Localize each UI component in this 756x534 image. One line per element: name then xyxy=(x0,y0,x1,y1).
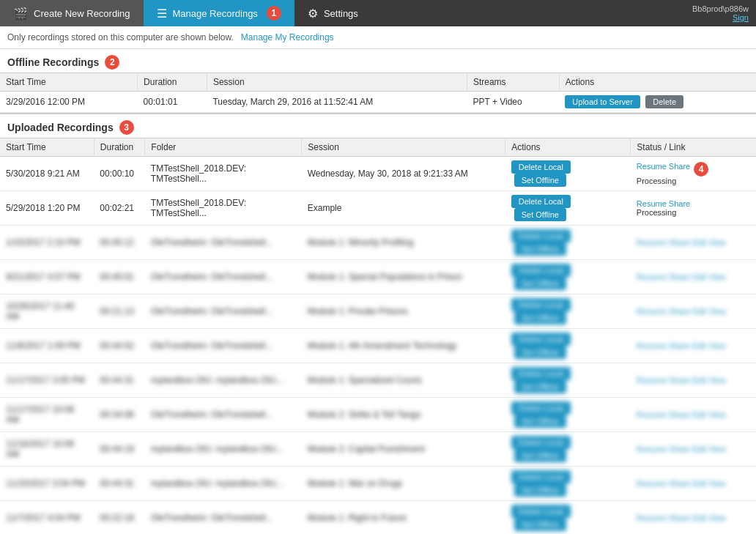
status-action-links: Resume Share Edit View xyxy=(637,445,750,453)
set-offline-button[interactable]: Set Offline xyxy=(514,449,566,462)
uploaded-table-row: 9/21/2017 4:07 PM 00:45:01 OleTrondheim:… xyxy=(0,260,756,294)
set-offline-button[interactable]: Set Offline xyxy=(514,277,566,290)
uploaded-table-row: 5/30/2018 9:21 AM 00:00:10 TMTestShell_2… xyxy=(0,157,756,191)
username: Bb8prod\p886w xyxy=(692,4,749,13)
uploaded-col-actions: Actions xyxy=(505,138,631,157)
delete-button[interactable]: Delete xyxy=(645,95,683,108)
view-link[interactable]: View xyxy=(708,341,726,350)
delete-local-button[interactable]: Delete Local xyxy=(511,195,571,208)
resume-link[interactable]: Resume xyxy=(637,479,667,488)
set-offline-button[interactable]: Set Offline xyxy=(514,483,566,497)
delete-local-button[interactable]: Delete Local xyxy=(511,470,571,483)
uploaded-recordings-section: Uploaded Recordings 3 Start Time Duratio… xyxy=(0,114,756,534)
delete-local-button[interactable]: Delete Local xyxy=(511,229,571,242)
uploaded-actions: Delete Local Set Offline xyxy=(505,260,631,294)
set-offline-button[interactable]: Set Offline xyxy=(514,242,566,256)
share-link[interactable]: Share xyxy=(669,376,690,385)
edit-link[interactable]: Edit xyxy=(692,479,706,488)
uploaded-table-row: 11/16/2017 10:06 AM 00:44:19 mylandbox.O… xyxy=(0,432,756,467)
nav-create-recording[interactable]: 🎬 Create New Recording xyxy=(0,0,144,26)
uploaded-table-row: 10/26/2017 11:40 AM 00:21:13 OleTrondhei… xyxy=(0,294,756,329)
info-message: Only recordings stored on this computer … xyxy=(7,32,234,42)
share-link[interactable]: Share xyxy=(669,307,690,316)
share-link[interactable]: Share xyxy=(669,199,690,208)
edit-link[interactable]: Edit xyxy=(692,410,706,419)
share-link[interactable]: Share xyxy=(669,445,690,453)
delete-local-button[interactable]: Delete Local xyxy=(511,367,571,380)
delete-local-button[interactable]: Delete Local xyxy=(511,333,571,346)
delete-local-button[interactable]: Delete Local xyxy=(511,401,571,415)
resume-link[interactable]: Resume xyxy=(637,238,667,247)
view-link[interactable]: View xyxy=(708,410,726,419)
share-link[interactable]: Share xyxy=(669,513,690,522)
manage-my-recordings-link[interactable]: Manage My Recordings xyxy=(241,32,334,42)
share-link[interactable]: Share xyxy=(669,479,690,488)
set-offline-button[interactable]: Set Offline xyxy=(514,380,566,393)
view-link[interactable]: View xyxy=(708,513,726,522)
resume-link[interactable]: Resume xyxy=(637,445,667,453)
uploaded-status: Resume Share Edit View xyxy=(631,501,756,535)
share-link[interactable]: Share xyxy=(669,238,690,247)
delete-local-button[interactable]: Delete Local xyxy=(511,436,571,449)
uploaded-badge: 3 xyxy=(119,120,134,135)
edit-link[interactable]: Edit xyxy=(692,307,706,316)
offline-session: Tuesday, March 29, 2016 at 11:52:41 AM xyxy=(207,92,467,113)
share-link[interactable]: Share xyxy=(669,272,690,281)
delete-local-button[interactable]: Delete Local xyxy=(511,505,571,518)
share-link[interactable]: Share xyxy=(669,341,690,350)
nav-manage-recordings[interactable]: ☰ Manage Recordings 1 xyxy=(144,0,294,26)
delete-local-button[interactable]: Delete Local xyxy=(511,264,571,277)
status-action-links: Resume Share Edit View xyxy=(637,376,750,385)
uploaded-duration: 00:44:19 xyxy=(94,432,145,467)
set-offline-button[interactable]: Set Offline xyxy=(514,174,566,187)
user-info: Bb8prod\p886w Sign xyxy=(692,0,756,26)
uploaded-table-row: 11/8/2017 1:09 PM 00:44:52 OleTrondheim:… xyxy=(0,329,756,363)
uploaded-session: Module 1: Private Prisons xyxy=(302,294,505,329)
edit-link[interactable]: Edit xyxy=(692,513,706,522)
delete-local-button[interactable]: Delete Local xyxy=(511,298,571,311)
edit-link[interactable]: Edit xyxy=(692,376,706,385)
sign-link[interactable]: Sign xyxy=(733,13,749,22)
resume-link[interactable]: Resume xyxy=(637,199,667,208)
resume-link[interactable]: Resume xyxy=(637,162,667,177)
status-action-links: Resume Share Edit View xyxy=(637,513,750,522)
uploaded-folder: mylandbox.OlU: mylandbox.OlU... xyxy=(145,432,302,467)
resume-link[interactable]: Resume xyxy=(637,376,667,385)
set-offline-button[interactable]: Set Offline xyxy=(514,518,566,531)
edit-link[interactable]: Edit xyxy=(692,238,706,247)
resume-link[interactable]: Resume xyxy=(637,307,667,316)
view-link[interactable]: View xyxy=(708,479,726,488)
view-link[interactable]: View xyxy=(708,272,726,281)
resume-link[interactable]: Resume xyxy=(637,341,667,350)
uploaded-start-time: 11/7/2017 4:04 PM xyxy=(0,501,94,535)
uploaded-start-time: 11/17/2017 10:08 AM xyxy=(0,398,94,432)
view-link[interactable]: View xyxy=(708,307,726,316)
uploaded-actions: Delete Local Set Offline xyxy=(505,191,631,226)
uploaded-folder: OleTrondheim: OleTrondshell... xyxy=(145,260,302,294)
set-offline-button[interactable]: Set Offline xyxy=(514,311,566,325)
share-link[interactable]: Share xyxy=(669,410,690,419)
uploaded-folder: OleTrondheim: OleTrondshell... xyxy=(145,501,302,535)
view-link[interactable]: View xyxy=(708,238,726,247)
set-offline-button[interactable]: Set Offline xyxy=(514,346,566,359)
nav-settings[interactable]: ⚙ Settings xyxy=(294,0,371,26)
edit-link[interactable]: Edit xyxy=(692,445,706,453)
view-link[interactable]: View xyxy=(708,445,726,453)
uploaded-session: Module 1: Specialized Courts xyxy=(302,363,505,398)
resume-link[interactable]: Resume xyxy=(637,410,667,419)
delete-local-button[interactable]: Delete Local xyxy=(511,160,571,174)
share-link[interactable]: Share xyxy=(669,162,690,177)
uploaded-folder: OleTrondheim: OleTrondshell... xyxy=(145,226,302,260)
uploaded-session: Wednesday, May 30, 2018 at 9:21:33 AM xyxy=(302,157,505,191)
resume-link[interactable]: Resume xyxy=(637,272,667,281)
set-offline-button[interactable]: Set Offline xyxy=(514,415,566,428)
set-offline-button[interactable]: Set Offline xyxy=(514,208,566,221)
upload-to-server-button[interactable]: Upload to Server xyxy=(565,95,640,108)
uploaded-status: Resume Share Edit View xyxy=(631,363,756,398)
status-action-links: Resume Share xyxy=(637,199,750,208)
view-link[interactable]: View xyxy=(708,376,726,385)
edit-link[interactable]: Edit xyxy=(692,341,706,350)
resume-link[interactable]: Resume xyxy=(637,513,667,522)
offline-col-streams: Streams xyxy=(467,73,559,92)
edit-link[interactable]: Edit xyxy=(692,272,706,281)
